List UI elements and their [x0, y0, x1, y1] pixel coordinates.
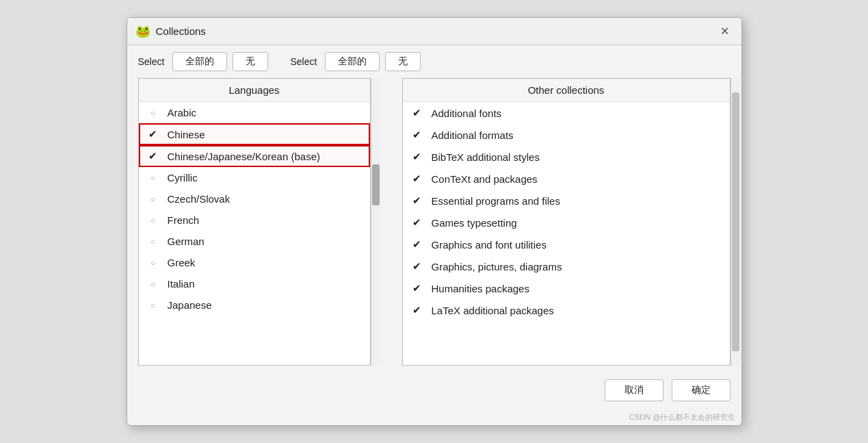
list-item[interactable]: ✔Games typesetting — [403, 212, 730, 233]
checked-icon: ✔ — [147, 150, 159, 162]
list-item[interactable]: ✔Essential programs and files — [403, 190, 730, 212]
left-panel: Languages ○Arabic✔Chinese✔Chinese/Japane… — [138, 78, 371, 366]
languages-list[interactable]: ○Arabic✔Chinese✔Chinese/Japanese/Korean … — [139, 102, 370, 365]
left-panel-header: Languages — [139, 79, 370, 102]
item-label: Essential programs and files — [432, 195, 560, 207]
item-label: Additional fonts — [432, 107, 502, 119]
collections-dialog: 🐸 Collections ✕ Select 全部的 无 Select 全部的 … — [127, 17, 742, 426]
item-label: Additional formats — [432, 129, 514, 141]
title-bar: 🐸 Collections ✕ — [127, 18, 741, 45]
list-item[interactable]: ○Greek — [139, 252, 370, 273]
list-item[interactable]: ○Italian — [139, 273, 370, 294]
left-scrollbar-thumb — [372, 164, 380, 205]
right-panel-header: Other collections — [403, 79, 730, 102]
left-scrollbar[interactable] — [371, 78, 380, 366]
right-scrollbar[interactable] — [731, 78, 740, 366]
item-label: Chinese/Japanese/Korean (base) — [168, 151, 320, 162]
right-scrollbar-thumb — [732, 92, 739, 351]
item-label: Italian — [168, 278, 195, 290]
right-toolbar-section: Select 全部的 无 — [290, 52, 421, 71]
item-label: ConTeXt and packages — [432, 173, 538, 185]
checked-icon: ✔ — [411, 173, 423, 185]
list-item[interactable]: ✔Additional formats — [403, 124, 730, 146]
right-panel-wrapper: Other collections ✔Additional fonts✔Addi… — [391, 78, 740, 366]
left-select-label: Select — [138, 56, 165, 67]
item-label: Humanities packages — [432, 283, 529, 294]
toolbar: Select 全部的 无 Select 全部的 无 — [127, 45, 741, 78]
unchecked-icon: ○ — [147, 259, 159, 267]
list-item[interactable]: ✔ConTeXt and packages — [403, 168, 730, 190]
item-label: BibTeX additional styles — [432, 151, 540, 163]
checked-icon: ✔ — [411, 129, 423, 141]
title-bar-left: 🐸 Collections — [135, 24, 206, 39]
watermark: CSDN @什么都不太会的研究生 — [127, 411, 741, 425]
list-item[interactable]: ○Czech/Slovak — [139, 188, 370, 210]
list-item[interactable]: ✔LaTeX additional packages — [403, 299, 730, 321]
left-toolbar-section: Select 全部的 无 — [138, 52, 269, 71]
checked-icon: ✔ — [411, 194, 423, 207]
list-item[interactable]: ✔Graphics and font utilities — [403, 233, 730, 255]
list-item[interactable]: ✔Chinese — [139, 123, 370, 145]
item-label: Graphics, pictures, diagrams — [432, 261, 562, 273]
unchecked-icon: ○ — [147, 238, 159, 246]
list-item[interactable]: ✔Graphics, pictures, diagrams — [403, 255, 730, 277]
right-select-none-button[interactable]: 无 — [385, 52, 421, 71]
list-item[interactable]: ○Japanese — [139, 294, 370, 316]
list-item[interactable]: ○Arabic — [139, 102, 370, 123]
checked-icon: ✔ — [147, 128, 159, 140]
checked-icon: ✔ — [411, 282, 423, 294]
item-label: French — [168, 214, 200, 226]
checked-icon: ✔ — [411, 216, 423, 229]
left-select-none-button[interactable]: 无 — [233, 52, 268, 71]
checked-icon: ✔ — [411, 151, 423, 163]
app-icon: 🐸 — [135, 24, 150, 39]
checked-icon: ✔ — [411, 260, 423, 273]
list-item[interactable]: ✔BibTeX additional styles — [403, 146, 730, 168]
list-item[interactable]: ○French — [139, 210, 370, 231]
item-label: Czech/Slovak — [168, 193, 231, 205]
dialog-title: Collections — [156, 25, 206, 37]
cancel-button[interactable]: 取消 — [605, 379, 663, 401]
ok-button[interactable]: 确定 — [672, 379, 731, 401]
right-panel: Other collections ✔Additional fonts✔Addi… — [402, 78, 731, 366]
item-label: Japanese — [168, 299, 212, 311]
close-button[interactable]: ✕ — [716, 23, 733, 39]
list-item[interactable]: ✔Chinese/Japanese/Korean (base) — [139, 145, 370, 167]
unchecked-icon: ○ — [147, 301, 159, 309]
item-label: Graphics and font utilities — [432, 239, 547, 251]
bottom-bar: 取消 确定 — [127, 372, 741, 411]
checked-icon: ✔ — [411, 238, 423, 251]
checked-icon: ✔ — [411, 107, 423, 119]
item-label: Arabic — [168, 107, 197, 118]
item-label: LaTeX additional packages — [432, 305, 554, 316]
unchecked-icon: ○ — [147, 216, 159, 225]
item-label: Greek — [168, 257, 196, 268]
left-select-all-button[interactable]: 全部的 — [172, 52, 227, 71]
item-label: Chinese — [168, 129, 205, 140]
item-label: Cyrillic — [168, 172, 198, 183]
list-item[interactable]: ✔Humanities packages — [403, 277, 730, 299]
checked-icon: ✔ — [411, 304, 423, 316]
item-label: Games typesetting — [432, 217, 517, 229]
left-panel-wrapper: Languages ○Arabic✔Chinese✔Chinese/Japane… — [138, 78, 380, 366]
unchecked-icon: ○ — [147, 174, 159, 182]
unchecked-icon: ○ — [147, 280, 159, 288]
right-select-label: Select — [290, 56, 317, 67]
list-item[interactable]: ✔Additional fonts — [403, 102, 730, 124]
unchecked-icon: ○ — [147, 109, 159, 117]
right-select-all-button[interactable]: 全部的 — [325, 52, 380, 71]
list-item[interactable]: ○Cyrillic — [139, 167, 370, 188]
list-item[interactable]: ○German — [139, 231, 370, 252]
item-label: German — [168, 236, 205, 247]
unchecked-icon: ○ — [147, 195, 159, 203]
panels-area: Languages ○Arabic✔Chinese✔Chinese/Japane… — [127, 78, 741, 372]
collections-list[interactable]: ✔Additional fonts✔Additional formats✔Bib… — [403, 102, 730, 365]
